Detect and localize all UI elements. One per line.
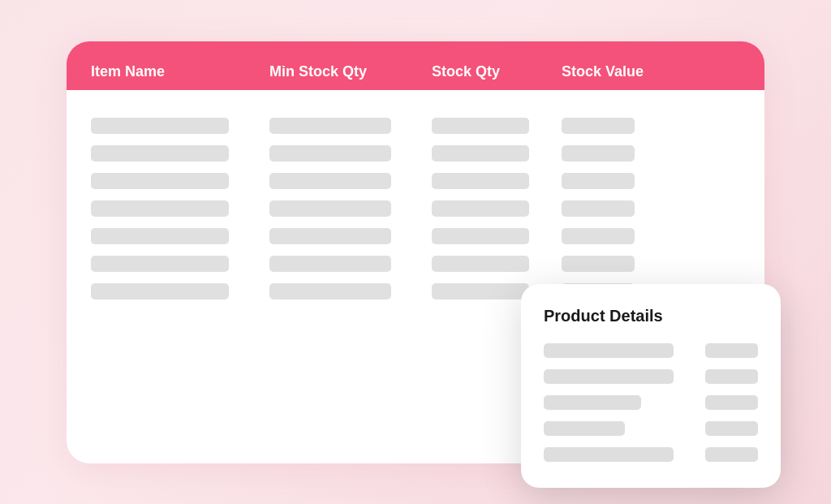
col-header-min-stock: Min Stock Qty bbox=[269, 50, 432, 80]
skeleton-bar bbox=[91, 145, 229, 162]
pd-skeleton-bar bbox=[544, 369, 674, 384]
product-details-card: Product Details bbox=[521, 284, 781, 488]
col-header-stock-value: Stock Value bbox=[562, 50, 740, 80]
pd-skeleton-bar bbox=[544, 447, 674, 462]
skeleton-bar bbox=[269, 173, 391, 189]
col-header-stock-qty: Stock Qty bbox=[432, 50, 562, 80]
table-header: Item Name Min Stock Qty Stock Qty Stock … bbox=[67, 41, 764, 90]
skeleton-bar bbox=[432, 256, 529, 272]
stock-value-column bbox=[562, 105, 740, 299]
main-card: Item Name Min Stock Qty Stock Qty Stock … bbox=[67, 41, 764, 463]
pd-skeleton-bar bbox=[705, 421, 758, 436]
skeleton-bar bbox=[91, 118, 229, 134]
pd-skeleton-bar bbox=[705, 343, 758, 358]
product-details-right-col bbox=[693, 343, 758, 462]
skeleton-bar bbox=[269, 200, 391, 217]
pd-skeleton-bar bbox=[705, 395, 758, 410]
pd-skeleton-bar bbox=[544, 343, 674, 358]
skeleton-bar bbox=[269, 283, 391, 299]
skeleton-bar bbox=[91, 228, 229, 244]
pd-skeleton-bar bbox=[705, 369, 758, 384]
skeleton-bar bbox=[432, 283, 529, 299]
stock-value-header-label: Stock Value bbox=[562, 63, 644, 80]
skeleton-bar bbox=[562, 118, 635, 134]
skeleton-bar bbox=[91, 200, 229, 217]
product-details-left-col bbox=[544, 343, 674, 462]
skeleton-bar bbox=[91, 173, 229, 189]
skeleton-bar bbox=[432, 200, 529, 217]
skeleton-bar bbox=[269, 228, 391, 244]
skeleton-bar bbox=[562, 256, 635, 272]
skeleton-bar bbox=[269, 256, 391, 272]
skeleton-bar bbox=[432, 173, 529, 189]
item-name-column bbox=[91, 105, 269, 299]
pd-skeleton-bar bbox=[544, 421, 625, 436]
skeleton-bar bbox=[432, 145, 529, 162]
skeleton-bar bbox=[432, 228, 529, 244]
skeleton-bar bbox=[562, 173, 635, 189]
skeleton-bar bbox=[562, 145, 635, 162]
stock-qty-header-label: Stock Qty bbox=[432, 63, 500, 80]
skeleton-bar bbox=[562, 200, 635, 217]
pd-skeleton-bar bbox=[705, 447, 758, 462]
skeleton-bar bbox=[269, 145, 391, 162]
item-name-header-label: Item Name bbox=[91, 63, 165, 80]
skeleton-bar bbox=[91, 256, 229, 272]
skeleton-bar bbox=[91, 283, 229, 299]
product-details-title: Product Details bbox=[544, 307, 758, 325]
stock-qty-column bbox=[432, 105, 562, 299]
col-header-item-name: Item Name bbox=[91, 50, 269, 80]
min-stock-header-label: Min Stock Qty bbox=[269, 63, 367, 80]
pd-skeleton-bar bbox=[544, 395, 641, 410]
skeleton-bar bbox=[269, 118, 391, 134]
skeleton-bar bbox=[432, 118, 529, 134]
min-stock-column bbox=[269, 105, 432, 299]
product-details-content bbox=[544, 343, 758, 462]
skeleton-bar bbox=[562, 228, 635, 244]
